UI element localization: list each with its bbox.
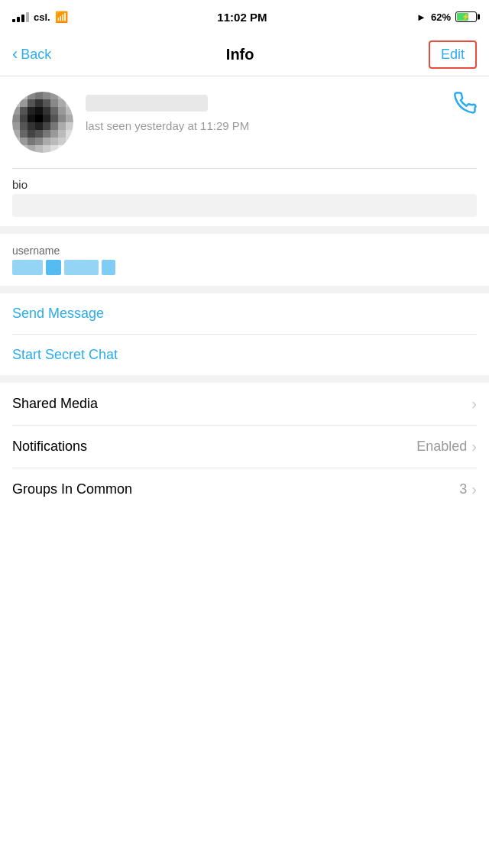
groups-in-common-label: Groups In Common bbox=[12, 481, 132, 497]
send-message-label: Send Message bbox=[12, 306, 477, 322]
edit-button[interactable]: Edit bbox=[429, 40, 477, 69]
chevron-right-icon-2: › bbox=[471, 438, 477, 455]
username-pixel-3 bbox=[64, 260, 99, 275]
battery-icon: ⚡ bbox=[455, 11, 477, 22]
location-icon: ► bbox=[416, 11, 426, 23]
username-row: username bbox=[12, 234, 477, 286]
settings-section: Shared Media › Notifications Enabled › G… bbox=[0, 383, 489, 510]
notifications-value: Enabled bbox=[416, 439, 467, 455]
chevron-left-icon: ‹ bbox=[12, 46, 18, 63]
wifi-icon: 📶 bbox=[55, 11, 68, 23]
signal-icon bbox=[12, 11, 29, 22]
username-pixel-2 bbox=[46, 260, 61, 275]
bio-content bbox=[12, 194, 477, 217]
back-button[interactable]: ‹ Back bbox=[12, 47, 51, 63]
profile-header: last seen yesterday at 11:29 PM bbox=[12, 92, 477, 168]
status-time: 11:02 PM bbox=[217, 11, 267, 24]
profile-name bbox=[86, 95, 208, 112]
status-bar: csl. 📶 11:02 PM ► 62% ⚡ bbox=[0, 0, 489, 34]
notifications-label: Notifications bbox=[12, 439, 87, 455]
shared-media-right: › bbox=[471, 395, 477, 413]
username-pixel-1 bbox=[12, 260, 43, 275]
start-secret-chat-label: Start Secret Chat bbox=[12, 347, 477, 363]
chevron-right-icon-3: › bbox=[471, 481, 477, 498]
section-divider-1 bbox=[0, 226, 489, 234]
chevron-right-icon: › bbox=[471, 395, 477, 413]
actions-section: Send Message Start Secret Chat bbox=[0, 293, 489, 375]
bio-label: bio bbox=[12, 178, 477, 191]
nav-bar: ‹ Back Info Edit bbox=[0, 34, 489, 76]
groups-in-common-right: 3 › bbox=[459, 481, 477, 498]
groups-in-common-value: 3 bbox=[459, 481, 467, 497]
status-left: csl. 📶 bbox=[12, 11, 68, 23]
username-section: username bbox=[0, 234, 489, 286]
carrier-label: csl. bbox=[34, 11, 50, 23]
shared-media-row[interactable]: Shared Media › bbox=[12, 383, 477, 426]
profile-last-seen: last seen yesterday at 11:29 PM bbox=[86, 118, 442, 134]
status-right: ► 62% ⚡ bbox=[416, 11, 477, 23]
bio-section: bio bbox=[12, 168, 477, 226]
start-secret-chat-row[interactable]: Start Secret Chat bbox=[12, 335, 477, 375]
page-title: Info bbox=[226, 46, 254, 63]
call-button[interactable] bbox=[454, 92, 477, 120]
avatar bbox=[12, 92, 73, 153]
groups-in-common-row[interactable]: Groups In Common 3 › bbox=[12, 468, 477, 510]
battery-percentage: 62% bbox=[431, 11, 451, 23]
username-value bbox=[12, 260, 477, 275]
notifications-row[interactable]: Notifications Enabled › bbox=[12, 426, 477, 468]
username-label: username bbox=[12, 245, 477, 257]
section-divider-3 bbox=[0, 375, 489, 383]
notifications-right: Enabled › bbox=[416, 438, 477, 455]
username-pixel-4 bbox=[102, 260, 115, 275]
section-divider-2 bbox=[0, 286, 489, 293]
shared-media-label: Shared Media bbox=[12, 396, 98, 412]
profile-info: last seen yesterday at 11:29 PM bbox=[86, 92, 442, 134]
send-message-row[interactable]: Send Message bbox=[12, 293, 477, 335]
back-label: Back bbox=[21, 47, 51, 63]
profile-section: last seen yesterday at 11:29 PM bio bbox=[0, 76, 489, 226]
